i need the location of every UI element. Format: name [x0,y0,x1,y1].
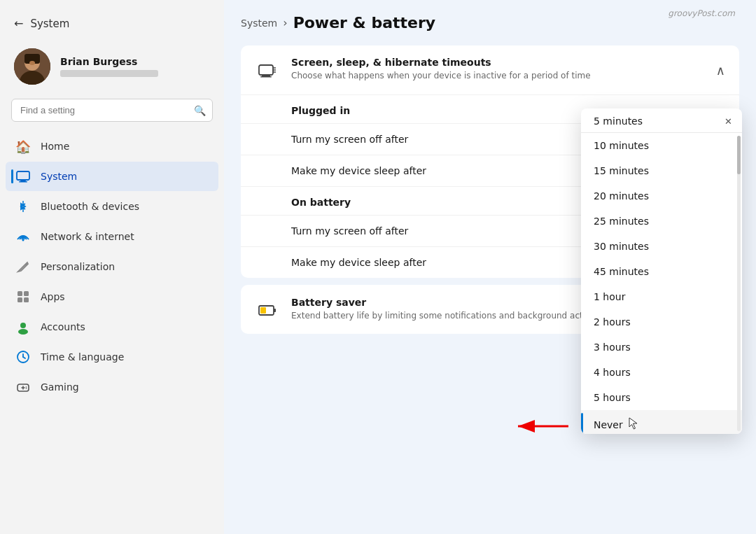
accounts-icon [15,319,31,335]
main-content: groovyPost.com System › Power & battery … [224,0,756,534]
sleep-card-title: Screen, sleep, & hibernate timeouts [291,57,705,68]
user-name: Brian Burgess [60,56,158,67]
sidebar-label-system: System [41,171,77,182]
search-box[interactable]: 🔍 [11,99,213,122]
battery-icon [255,297,280,323]
svg-line-19 [23,357,25,358]
sidebar-nav: 🏠 Home System Bluetooth & devices Networ… [0,132,224,402]
sidebar-item-system[interactable]: System [6,162,218,191]
dropdown-label: 10 minutes [594,140,649,151]
sidebar-label-home: Home [41,141,69,152]
search-input[interactable] [11,99,213,122]
dropdown-item-2hours[interactable]: 2 hours [581,309,742,335]
red-arrow-annotation [512,418,575,435]
sleep-card-chevron[interactable]: ∧ [716,63,725,78]
dropdown-item-10min[interactable]: 10 minutes [581,133,742,158]
dropdown-item-5hours[interactable]: 5 hours [581,385,742,410]
dropdown-label: 45 minutes [594,266,649,277]
plugged-screen-off-label: Turn my screen off after [291,134,408,145]
back-navigation[interactable]: ← System [0,11,224,41]
personalization-icon [15,259,31,274]
watermark: groovyPost.com [668,8,735,18]
battery-screen-off-label: Turn my screen off after [291,225,408,237]
svg-rect-33 [260,307,266,314]
search-icon: 🔍 [194,105,206,116]
apps-icon [15,289,31,304]
svg-point-24 [26,388,27,389]
sidebar-item-bluetooth[interactable]: Bluetooth & devices [6,192,218,221]
user-email-placeholder [60,70,158,77]
dropdown-item-45min[interactable]: 45 minutes [581,259,742,284]
breadcrumb-separator: › [283,16,287,29]
svg-rect-25 [259,65,273,75]
bluetooth-icon [15,199,31,214]
sidebar-item-network[interactable]: Network & internet [6,222,218,251]
dropdown-label: 3 hours [594,342,631,353]
mouse-cursor [629,417,638,432]
battery-card-subtitle: Extend battery life by limiting some not… [291,310,629,322]
dropdown-item-4hours[interactable]: 4 hours [581,360,742,385]
gaming-icon [15,379,31,395]
back-arrow-icon: ← [14,17,23,30]
svg-rect-6 [17,171,29,180]
sidebar-item-accounts[interactable]: Accounts [6,312,218,342]
sidebar-item-gaming[interactable]: Gaming [6,372,218,402]
dropdown-label: 25 minutes [594,216,649,227]
battery-card-text: Battery saver Extend battery life by lim… [291,297,629,322]
sleep-icon [255,58,280,83]
sidebar: ← System Brian Burgess 🔍 [0,0,224,534]
sidebar-label-apps: Apps [41,291,65,302]
system-icon [15,169,31,184]
close-button[interactable]: ✕ [720,112,736,131]
svg-rect-8 [19,181,27,183]
dropdown-label: 5 hours [594,392,631,403]
network-icon [15,229,31,244]
dropdown-item-15min[interactable]: 15 minutes [581,158,742,183]
svg-point-5 [29,61,35,65]
dropdown-label: 20 minutes [594,190,649,202]
svg-point-15 [20,323,26,328]
dropdown-item-30min[interactable]: 30 minutes [581,234,742,259]
scrollbar-track[interactable] [737,136,741,431]
sleep-card-text: Screen, sleep, & hibernate timeouts Choo… [291,57,705,82]
svg-rect-32 [274,309,276,312]
dropdown-item-1hour[interactable]: 1 hour [581,284,742,309]
svg-point-10 [22,239,24,241]
dropdown-item-20min[interactable]: 20 minutes [581,183,742,209]
dropdown-item-25min[interactable]: 25 minutes [581,209,742,234]
svg-rect-14 [24,297,29,302]
sleep-card-header[interactable]: Screen, sleep, & hibernate timeouts Choo… [241,45,739,95]
svg-rect-11 [18,291,22,296]
svg-point-16 [18,329,28,335]
time-icon [15,349,31,365]
svg-rect-13 [18,297,22,302]
sidebar-item-time[interactable]: Time & language [6,342,218,372]
dropdown-item-3hours[interactable]: 3 hours [581,335,742,360]
sidebar-label-time: Time & language [41,351,124,363]
dropdown-label: 1 hour [594,291,625,302]
red-arrow-icon [512,418,575,435]
scrollbar-thumb[interactable] [737,136,741,174]
sidebar-label-bluetooth: Bluetooth & devices [41,201,139,212]
home-icon: 🏠 [15,139,31,154]
breadcrumb-current: Power & battery [293,14,436,31]
dropdown-label: 2 hours [594,316,631,328]
sidebar-item-apps[interactable]: Apps [6,282,218,311]
sleep-card-subtitle: Choose what happens when your device is … [291,70,705,82]
dropdown-label: 4 hours [594,367,631,378]
battery-card-title: Battery saver [291,297,629,308]
svg-rect-27 [260,76,272,78]
svg-point-23 [26,386,27,388]
user-profile: Brian Burgess [0,41,224,96]
sidebar-item-home[interactable]: 🏠 Home [6,132,218,161]
user-info: Brian Burgess [60,56,158,77]
plugged-sleep-label: Make my device sleep after [291,165,426,176]
sidebar-label-accounts: Accounts [41,321,85,332]
sidebar-label-personalization: Personalization [41,261,115,272]
dropdown-item-never[interactable]: Never [581,410,742,434]
dropdown-first-option[interactable]: 5 minutes [594,110,720,132]
active-indicator [11,169,13,183]
dropdown-overlay: 5 minutes ✕ 10 minutes 15 minutes 20 min… [581,108,742,434]
sidebar-item-personalization[interactable]: Personalization [6,252,218,281]
breadcrumb: System › Power & battery [241,14,739,31]
